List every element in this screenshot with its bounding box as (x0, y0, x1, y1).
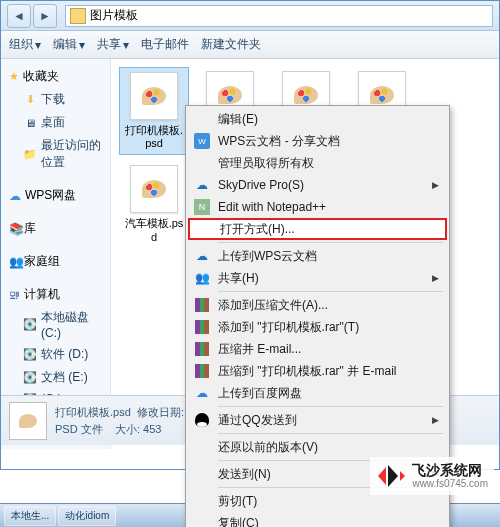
menu-item-label: 打开方式(H)... (220, 221, 295, 238)
menu-item[interactable]: 还原以前的版本(V) (188, 436, 447, 458)
titlebar: ◄ ► 图片模板 (1, 1, 499, 31)
nav-back-button[interactable]: ◄ (7, 4, 31, 28)
file-item[interactable]: 打印机模板.psd (119, 67, 189, 155)
sidebar-item-downloads[interactable]: ⬇下载 (5, 88, 106, 111)
menu-item[interactable]: 复制(C) (188, 512, 447, 527)
sidebar-item-disk-c[interactable]: 💽本地磁盘 (C:) (5, 306, 106, 343)
status-thumbnail (9, 402, 47, 440)
computer-icon: 🖳 (9, 289, 20, 301)
menu-item[interactable]: ☁上传到WPS云文档 (188, 245, 447, 267)
rar-icon (194, 319, 210, 335)
file-label: 汽车模板.psd (123, 217, 185, 243)
rar-icon (194, 341, 210, 357)
download-icon: ⬇ (23, 93, 37, 107)
menu-separator (218, 406, 443, 407)
share-icon: 👥 (194, 270, 210, 286)
menu-item-label: 添加到压缩文件(A)... (218, 297, 328, 314)
watermark-title: 飞沙系统网 (412, 463, 488, 478)
menu-item-label: 管理员取得所有权 (218, 155, 314, 172)
menu-item[interactable]: 压缩并 E-mail... (188, 338, 447, 360)
toolbar-email[interactable]: 电子邮件 (141, 36, 189, 53)
sidebar-favorites-header[interactable]: ★收藏夹 (5, 65, 106, 88)
toolbar: 组织 ▾ 编辑 ▾ 共享 ▾ 电子邮件 新建文件夹 (1, 31, 499, 59)
menu-item[interactable]: ☁上传到百度网盘 (188, 382, 447, 404)
watermark-logo-icon (376, 461, 406, 491)
submenu-arrow-icon: ▶ (432, 273, 439, 283)
sidebar-item-recent[interactable]: 📁最近访问的位置 (5, 134, 106, 174)
menu-item-label: 上传到WPS云文档 (218, 248, 317, 265)
baidu-icon: ☁ (194, 385, 210, 401)
menu-item-label: WPS云文档 - 分享文档 (218, 133, 340, 150)
star-icon: ★ (9, 70, 19, 83)
status-type: PSD 文件 (55, 423, 103, 435)
menu-item-open-with[interactable]: 打开方式(H)... (188, 218, 447, 240)
menu-item[interactable]: 添加到 "打印机模板.rar"(T) (188, 316, 447, 338)
file-label: 打印机模板.psd (124, 124, 184, 150)
menu-item-label: SkyDrive Pro(S) (218, 178, 304, 192)
menu-item[interactable]: 通过QQ发送到▶ (188, 409, 447, 431)
upload-icon: ☁ (194, 248, 210, 264)
psd-icon (130, 72, 178, 120)
nav-forward-button[interactable]: ► (33, 4, 57, 28)
menu-separator (218, 291, 443, 292)
sidebar-item-desktop[interactable]: 🖥桌面 (5, 111, 106, 134)
menu-item-label: 压缩到 "打印机模板.rar" 并 E-mail (218, 363, 397, 380)
homegroup-icon: 👥 (9, 255, 24, 269)
watermark: 飞沙系统网 www.fs0745.com (370, 457, 494, 495)
menu-item-label: 共享(H) (218, 270, 259, 287)
menu-item-label: Edit with Notepad++ (218, 200, 326, 214)
menu-item[interactable]: NEdit with Notepad++ (188, 196, 447, 218)
menu-item[interactable]: 管理员取得所有权 (188, 152, 447, 174)
toolbar-organize[interactable]: 组织 ▾ (9, 36, 41, 53)
disk-icon: 💽 (23, 318, 37, 332)
menu-separator (218, 242, 443, 243)
psd-icon (130, 165, 178, 213)
desktop-icon: 🖥 (23, 116, 37, 130)
menu-item[interactable]: 添加到压缩文件(A)... (188, 294, 447, 316)
taskbar-item[interactable]: 本地生... (4, 506, 56, 526)
npp-icon: N (194, 199, 210, 215)
taskbar-item[interactable]: 动化idiom (58, 506, 116, 526)
watermark-url: www.fs0745.com (412, 478, 488, 489)
folder-icon (70, 8, 86, 24)
rar-icon (194, 297, 210, 313)
toolbar-edit[interactable]: 编辑 ▾ (53, 36, 85, 53)
menu-item-label: 压缩并 E-mail... (218, 341, 301, 358)
menu-item-label: 添加到 "打印机模板.rar"(T) (218, 319, 359, 336)
status-filename: 打印机模板.psd (55, 406, 131, 418)
menu-item-label: 编辑(E) (218, 111, 258, 128)
disk-icon: 💽 (23, 371, 37, 385)
recent-icon: 📁 (23, 147, 37, 161)
menu-item[interactable]: ☁SkyDrive Pro(S)▶ (188, 174, 447, 196)
toolbar-new-folder[interactable]: 新建文件夹 (201, 36, 261, 53)
qq-icon (194, 412, 210, 428)
library-icon: 📚 (9, 222, 24, 236)
sidebar-wps[interactable]: ☁WPS网盘 (5, 184, 106, 207)
menu-item-label: 还原以前的版本(V) (218, 439, 318, 456)
file-item[interactable]: 汽车模板.psd (119, 161, 189, 247)
sidebar-homegroup[interactable]: 👥家庭组 (5, 250, 106, 273)
submenu-arrow-icon: ▶ (432, 415, 439, 425)
submenu-arrow-icon: ▶ (432, 180, 439, 190)
sidebar-computer-header[interactable]: 🖳计算机 (5, 283, 106, 306)
menu-item-label: 剪切(T) (218, 493, 257, 510)
menu-item[interactable]: 编辑(E) (188, 108, 447, 130)
menu-separator (218, 433, 443, 434)
sidebar-libraries[interactable]: 📚库 (5, 217, 106, 240)
menu-item-label: 复制(C) (218, 515, 259, 528)
menu-item-label: 通过QQ发送到 (218, 412, 297, 429)
menu-item[interactable]: WWPS云文档 - 分享文档 (188, 130, 447, 152)
disk-icon: 💽 (23, 348, 37, 362)
toolbar-share[interactable]: 共享 ▾ (97, 36, 129, 53)
onedrive-icon: ☁ (194, 177, 210, 193)
sidebar: ★收藏夹 ⬇下载 🖥桌面 📁最近访问的位置 ☁WPS网盘 📚库 👥家庭组 🖳计算… (1, 59, 111, 449)
menu-item[interactable]: 压缩到 "打印机模板.rar" 并 E-mail (188, 360, 447, 382)
menu-item-label: 上传到百度网盘 (218, 385, 302, 402)
menu-item[interactable]: 👥共享(H)▶ (188, 267, 447, 289)
wps-icon: W (194, 133, 210, 149)
sidebar-item-disk-d[interactable]: 💽软件 (D:) (5, 343, 106, 366)
address-bar[interactable]: 图片模板 (65, 5, 493, 27)
cloud-icon: ☁ (9, 189, 21, 203)
sidebar-item-disk-e[interactable]: 💽文档 (E:) (5, 366, 106, 389)
path-text: 图片模板 (90, 7, 138, 24)
